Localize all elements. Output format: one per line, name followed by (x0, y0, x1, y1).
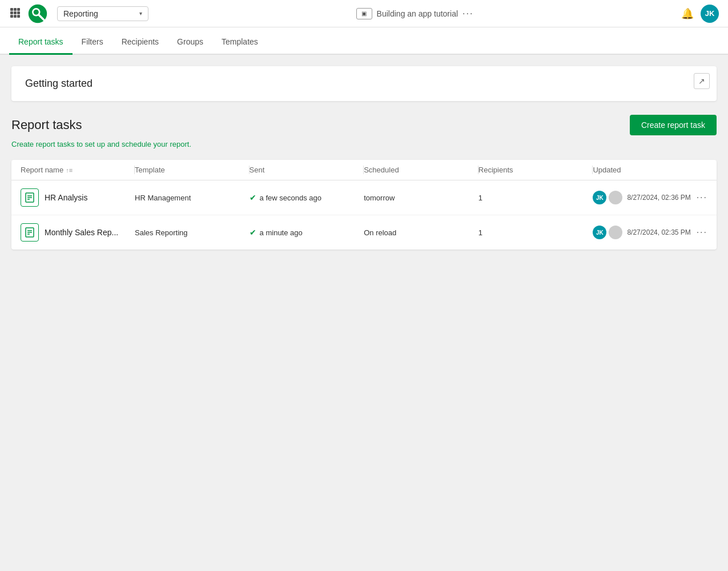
updated-cell: JK 8/27/2024, 02:35 PM ··· (593, 226, 707, 239)
table-row: Monthly Sales Rep... Sales Reporting ✔ a… (11, 215, 717, 250)
expand-icon[interactable]: ↗ (694, 73, 710, 89)
svg-rect-1 (14, 8, 17, 11)
th-template: Template (135, 166, 250, 174)
template-cell: Sales Reporting (135, 228, 250, 237)
tab-nav: Report tasks Filters Recipients Groups T… (0, 27, 728, 55)
table-header: Report name ↑≡ Template Sent Scheduled R… (11, 160, 717, 180)
grid-menu-icon[interactable] (9, 7, 21, 20)
getting-started-card: Getting started ↗ (11, 66, 717, 101)
nav-right: 🔔 JK (681, 5, 719, 23)
sent-cell: ✔ a few seconds ago (250, 193, 364, 202)
section-header: Report tasks Create report task (11, 115, 717, 135)
th-report-name: Report name ↑≡ (21, 166, 135, 174)
svg-rect-5 (17, 11, 20, 14)
table-row: HR Analysis HR Management ✔ a few second… (11, 180, 717, 215)
recipients-cell: 1 (478, 228, 593, 237)
row-menu-icon[interactable]: ··· (697, 192, 707, 203)
page-title: Report tasks (11, 118, 82, 132)
avatar-blurred (609, 191, 622, 204)
svg-rect-2 (17, 8, 20, 11)
chevron-down-icon: ▾ (139, 10, 142, 17)
tab-templates[interactable]: Templates (212, 30, 267, 55)
updated-avatars: JK (593, 191, 622, 204)
th-recipients: Recipients (478, 166, 593, 174)
main-content: Getting started ↗ Report tasks Create re… (0, 55, 728, 261)
recipients-cell: 1 (478, 194, 593, 202)
sort-icon[interactable]: ↑≡ (66, 167, 73, 174)
template-cell: HR Management (135, 194, 250, 202)
tutorial-icon: ▣ (356, 8, 372, 19)
svg-rect-4 (14, 11, 17, 14)
svg-rect-6 (10, 15, 13, 18)
report-icon (21, 188, 39, 207)
sent-cell: ✔ a minute ago (250, 228, 364, 237)
updated-text: 8/27/2024, 02:35 PM (627, 228, 690, 236)
th-sent: Sent (250, 166, 364, 174)
sent-check-icon: ✔ (250, 193, 256, 202)
sent-check-icon: ✔ (250, 228, 256, 237)
tutorial-bar: ▣ Building an app tutorial ··· (356, 8, 474, 19)
report-name-cell: Monthly Sales Rep... (21, 223, 135, 242)
svg-rect-8 (17, 15, 20, 18)
getting-started-title: Getting started (25, 78, 92, 89)
svg-rect-7 (14, 15, 17, 18)
app-selector-label: Reporting (63, 9, 135, 18)
tab-groups[interactable]: Groups (168, 30, 212, 55)
svg-point-11 (34, 9, 39, 14)
updated-text: 8/27/2024, 02:36 PM (627, 194, 690, 202)
scheduled-cell: On reload (364, 228, 478, 237)
more-options-icon[interactable]: ··· (462, 9, 473, 19)
report-name-text: HR Analysis (45, 193, 87, 202)
svg-rect-3 (10, 11, 13, 14)
row-menu-icon[interactable]: ··· (697, 227, 707, 238)
create-report-task-button[interactable]: Create report task (630, 115, 717, 135)
report-tasks-table: Report name ↑≡ Template Sent Scheduled R… (11, 160, 717, 250)
report-name-text: Monthly Sales Rep... (45, 228, 118, 237)
notifications-icon[interactable]: 🔔 (681, 7, 694, 20)
top-nav: Reporting ▾ ▣ Building an app tutorial ·… (0, 0, 728, 27)
report-icon (21, 223, 39, 242)
tab-recipients[interactable]: Recipients (112, 30, 168, 55)
section-subtitle: Create report tasks to set up and schedu… (11, 140, 717, 148)
tab-report-tasks[interactable]: Report tasks (9, 30, 73, 55)
tab-filters[interactable]: Filters (73, 30, 112, 55)
th-updated: Updated (593, 166, 707, 174)
th-scheduled: Scheduled (364, 166, 478, 174)
avatar-blurred (609, 226, 622, 239)
avatar: JK (593, 226, 606, 239)
svg-rect-0 (10, 8, 13, 11)
scheduled-cell: tomorrow (364, 194, 478, 202)
qlik-logo (27, 3, 48, 24)
tutorial-label[interactable]: Building an app tutorial (377, 9, 458, 18)
avatar: JK (593, 191, 606, 204)
updated-avatars: JK (593, 226, 622, 239)
app-selector[interactable]: Reporting ▾ (57, 6, 148, 21)
updated-cell: JK 8/27/2024, 02:36 PM ··· (593, 191, 707, 204)
report-name-cell: HR Analysis (21, 188, 135, 207)
user-avatar[interactable]: JK (701, 5, 719, 23)
